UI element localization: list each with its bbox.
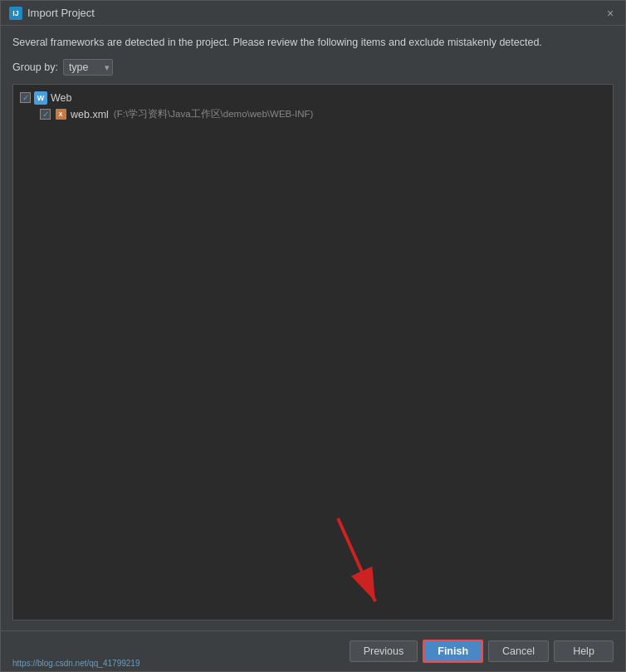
group-by-row: Group by: type name <box>12 59 614 76</box>
title-bar: IJ Import Project × <box>1 1 625 26</box>
previous-button[interactable]: Previous <box>350 640 418 662</box>
title-bar-left: IJ Import Project <box>9 7 95 20</box>
main-area: W Web X web.xml (F:\学习资料\Java工作区\demo\we… <box>12 84 614 621</box>
dialog-content: Several frameworks are detected in the p… <box>1 26 625 630</box>
footer: Previous Finish Cancel Help https://blog… <box>1 630 625 671</box>
group-by-label: Group by: <box>12 61 58 73</box>
webxml-checkbox[interactable] <box>40 109 51 120</box>
webxml-label: web.xml <box>71 109 109 120</box>
cancel-button[interactable]: Cancel <box>488 640 549 662</box>
web-label: Web <box>51 92 71 104</box>
group-by-select[interactable]: type name <box>63 59 113 76</box>
tree-item-web[interactable]: W Web <box>17 90 609 106</box>
web-icon: W <box>34 91 47 105</box>
app-icon: IJ <box>9 7 22 20</box>
dialog-title: Import Project <box>27 7 95 19</box>
help-button[interactable]: Help <box>554 640 614 662</box>
xml-icon: X <box>54 108 67 121</box>
info-text: Several frameworks are detected in the p… <box>12 36 614 51</box>
web-checkbox[interactable] <box>20 92 31 103</box>
tree-item-webxml[interactable]: X web.xml (F:\学习资料\Java工作区\demo\web\WEB-… <box>17 106 609 123</box>
group-by-select-wrapper[interactable]: type name <box>63 59 113 76</box>
footer-url: https://blog.csdn.net/qq_41799219 <box>12 659 139 668</box>
close-button[interactable]: × <box>604 7 617 20</box>
dialog: IJ Import Project × Several frameworks a… <box>0 0 626 672</box>
tree-area[interactable]: W Web X web.xml (F:\学习资料\Java工作区\demo\we… <box>12 84 614 621</box>
finish-button[interactable]: Finish <box>423 640 483 663</box>
webxml-path: (F:\学习资料\Java工作区\demo\web\WEB-INF) <box>114 108 314 120</box>
